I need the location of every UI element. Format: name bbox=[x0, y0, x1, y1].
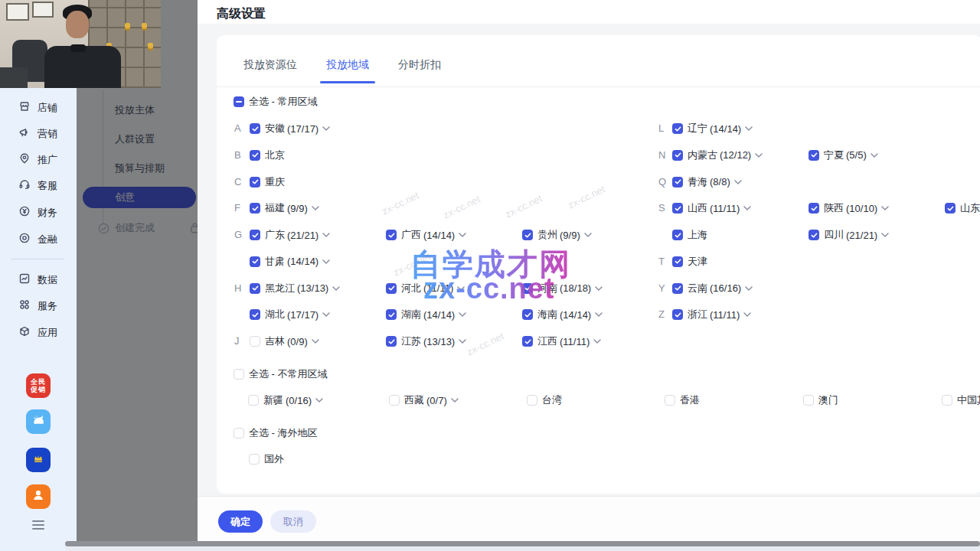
chevron-down-icon[interactable] bbox=[315, 398, 323, 403]
checkbox-checked[interactable] bbox=[672, 256, 683, 267]
region-item[interactable]: 吉林(0/9) bbox=[250, 331, 319, 351]
checkbox-checked[interactable] bbox=[386, 336, 397, 347]
sidebar-item-finance[interactable]: 财务 bbox=[0, 205, 77, 220]
region-item[interactable]: 上海 bbox=[672, 225, 707, 245]
chevron-down-icon[interactable] bbox=[322, 126, 330, 131]
region-item[interactable]: 安徽(17/17) bbox=[250, 119, 330, 139]
chevron-down-icon[interactable] bbox=[881, 206, 889, 210]
sidebar-item-fintech[interactable]: 金融 bbox=[0, 232, 77, 247]
sidebar-item-shop[interactable]: 店铺 bbox=[0, 100, 77, 116]
region-item[interactable]: 浙江(11/11) bbox=[672, 305, 751, 324]
confirm-button[interactable]: 确定 bbox=[218, 510, 263, 533]
checkbox-checked[interactable] bbox=[386, 283, 397, 294]
region-item[interactable]: 辽宁(14/14) bbox=[672, 119, 753, 139]
checkbox-checked[interactable] bbox=[672, 123, 683, 134]
region-item[interactable]: 四川(21/21) bbox=[808, 225, 889, 245]
region-item[interactable]: 河北(11/11) bbox=[386, 279, 465, 298]
checkbox-checked[interactable] bbox=[250, 203, 260, 214]
chevron-down-icon[interactable] bbox=[322, 312, 330, 317]
checkbox-checked[interactable] bbox=[250, 177, 260, 187]
sidebar-item-services[interactable]: 服务 bbox=[0, 298, 77, 314]
checkbox-checked[interactable] bbox=[522, 283, 533, 294]
checkbox-checked[interactable] bbox=[386, 230, 397, 240]
region-item[interactable]: 澳门 bbox=[803, 390, 838, 410]
region-item[interactable]: 西藏(0/7) bbox=[389, 390, 459, 410]
chevron-down-icon[interactable] bbox=[459, 233, 466, 237]
checkbox-unchecked[interactable] bbox=[389, 395, 400, 406]
chevron-down-icon[interactable] bbox=[755, 153, 763, 158]
checkbox-checked[interactable] bbox=[250, 150, 260, 161]
region-item[interactable]: 山东(1 bbox=[945, 198, 980, 218]
region-item[interactable]: 台湾 bbox=[527, 390, 562, 410]
checkbox-checked[interactable] bbox=[672, 150, 683, 161]
sidebar-app-crown-app[interactable] bbox=[26, 448, 51, 472]
region-item[interactable]: 青海(8/8) bbox=[672, 172, 742, 192]
checkbox-checked[interactable] bbox=[808, 150, 819, 161]
checkbox-checked[interactable] bbox=[250, 230, 260, 240]
region-item[interactable]: 山西(11/11) bbox=[672, 198, 751, 218]
chevron-down-icon[interactable] bbox=[743, 206, 751, 210]
chevron-down-icon[interactable] bbox=[312, 206, 319, 210]
region-item[interactable]: 内蒙古(12/12) bbox=[672, 145, 763, 165]
region-item[interactable]: 云南(16/16) bbox=[672, 279, 753, 298]
checkbox-unchecked[interactable] bbox=[234, 369, 244, 380]
region-item[interactable]: 天津 bbox=[672, 252, 707, 272]
chevron-down-icon[interactable] bbox=[743, 312, 751, 317]
checkbox-checked[interactable] bbox=[808, 203, 819, 214]
chevron-down-icon[interactable] bbox=[322, 233, 330, 237]
checkbox-checked[interactable] bbox=[522, 309, 533, 320]
checkbox-checked[interactable] bbox=[250, 123, 260, 134]
region-item[interactable]: 新疆(0/16) bbox=[248, 390, 323, 410]
region-item[interactable]: 海南(14/14) bbox=[522, 305, 603, 324]
region-item[interactable]: 重庆 bbox=[250, 172, 285, 192]
checkbox-checked[interactable] bbox=[386, 309, 397, 320]
sidebar-item-marketing[interactable]: 营销 bbox=[0, 126, 77, 142]
checkbox-checked[interactable] bbox=[522, 230, 533, 240]
region-item[interactable]: 香港 bbox=[665, 390, 700, 410]
select-all-overseas[interactable]: 全选 - 海外地区 bbox=[234, 423, 318, 443]
checkbox-checked[interactable] bbox=[672, 283, 683, 294]
region-item[interactable]: 陕西(10/10) bbox=[808, 198, 889, 218]
region-item[interactable]: 福建(9/9) bbox=[250, 198, 319, 218]
region-item[interactable]: 湖南(14/14) bbox=[386, 305, 466, 324]
chevron-down-icon[interactable] bbox=[595, 312, 603, 317]
select-all-uncommon[interactable]: 全选 - 不常用区域 bbox=[234, 364, 328, 384]
chevron-down-icon[interactable] bbox=[332, 286, 340, 291]
checkbox-checked[interactable] bbox=[672, 177, 683, 187]
chevron-down-icon[interactable] bbox=[451, 398, 459, 403]
cancel-button[interactable]: 取消 bbox=[270, 510, 316, 533]
chevron-down-icon[interactable] bbox=[312, 339, 319, 344]
checkbox-checked[interactable] bbox=[672, 309, 683, 320]
checkbox-checked[interactable] bbox=[672, 230, 683, 240]
checkbox-checked[interactable] bbox=[250, 283, 260, 294]
sidebar-item-promotion[interactable]: 推广 bbox=[0, 152, 77, 168]
checkbox-checked[interactable] bbox=[945, 203, 956, 214]
chevron-down-icon[interactable] bbox=[745, 286, 753, 291]
region-item[interactable]: 宁夏(5/5) bbox=[808, 145, 878, 165]
checkbox-checked[interactable] bbox=[672, 203, 683, 214]
sidebar-app-whale-app[interactable] bbox=[26, 409, 51, 434]
region-item[interactable]: 甘肃(14/14) bbox=[250, 252, 330, 272]
region-item[interactable]: 北京 bbox=[250, 145, 285, 165]
checkbox-unchecked[interactable] bbox=[234, 428, 244, 439]
checkbox-unchecked[interactable] bbox=[803, 395, 814, 406]
checkbox-checked[interactable] bbox=[522, 336, 533, 347]
checkbox-unchecked[interactable] bbox=[942, 395, 952, 406]
sidebar-item-apps[interactable]: 应用 bbox=[0, 325, 77, 341]
chevron-down-icon[interactable] bbox=[595, 286, 603, 291]
region-item[interactable]: 江西(11/11) bbox=[522, 331, 601, 351]
chevron-down-icon[interactable] bbox=[457, 286, 465, 291]
chevron-down-icon[interactable] bbox=[322, 259, 330, 264]
sidebar-item-data[interactable]: 数据 bbox=[0, 272, 77, 288]
sidebar-app-person-app[interactable] bbox=[26, 484, 51, 509]
checkbox-unchecked[interactable] bbox=[665, 395, 675, 406]
sidebar-item-customer-service[interactable]: 客服 bbox=[0, 178, 77, 194]
region-item[interactable]: 广西(14/14) bbox=[386, 225, 466, 245]
checkbox-checked[interactable] bbox=[250, 309, 260, 320]
region-item[interactable]: 国外 bbox=[249, 449, 284, 469]
chevron-down-icon[interactable] bbox=[459, 339, 466, 344]
region-item[interactable]: 广东(21/21) bbox=[250, 225, 330, 245]
checkbox-checked[interactable] bbox=[808, 230, 819, 240]
chevron-down-icon[interactable] bbox=[871, 153, 878, 158]
collapse-menu-icon[interactable] bbox=[32, 520, 44, 530]
